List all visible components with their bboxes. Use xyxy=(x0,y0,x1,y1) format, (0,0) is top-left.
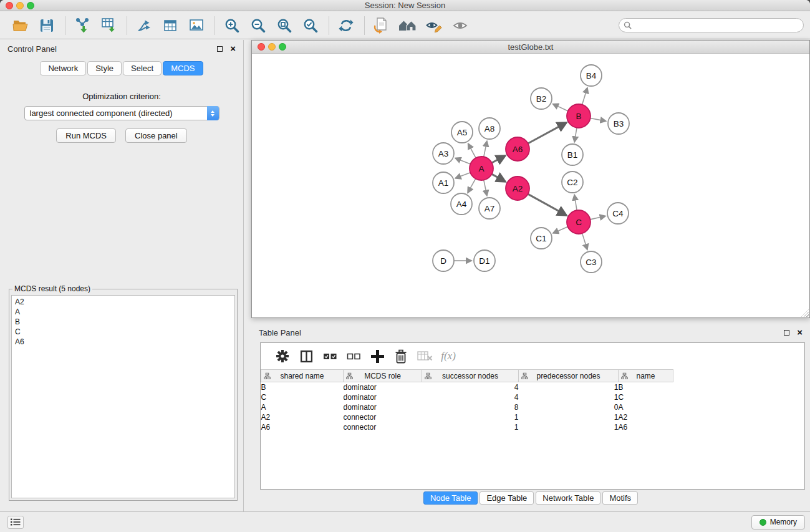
table-cell[interactable]: 0 xyxy=(519,402,619,412)
table-cell[interactable]: dominator xyxy=(344,382,422,392)
table-cell[interactable]: 1 xyxy=(422,412,519,422)
close-table-panel-icon[interactable]: × xyxy=(797,329,803,336)
zoom-selected-button[interactable] xyxy=(300,15,321,36)
new-network-table-button[interactable] xyxy=(160,15,181,36)
zoom-out-button[interactable] xyxy=(248,15,269,36)
column-header-shared-name[interactable]: shared name xyxy=(261,370,344,382)
result-item[interactable]: A xyxy=(15,307,231,317)
edge-A6-B[interactable] xyxy=(528,123,566,143)
table-cell[interactable]: C xyxy=(619,392,673,402)
edge-A2-C[interactable] xyxy=(528,194,566,215)
node-C2[interactable]: C2 xyxy=(562,172,583,193)
node-C[interactable]: C xyxy=(567,210,591,234)
table-cell[interactable]: 8 xyxy=(422,402,519,412)
float-table-panel-icon[interactable] xyxy=(784,330,789,336)
mcds-result-list[interactable]: A2ABCA6 xyxy=(11,295,235,498)
tab-edge-table[interactable]: Edge Table xyxy=(480,491,534,505)
table-cell[interactable]: dominator xyxy=(344,402,422,412)
close-panel-button[interactable]: Close panel xyxy=(125,128,187,143)
float-panel-icon[interactable] xyxy=(217,46,223,52)
show-columns-button[interactable] xyxy=(294,346,318,367)
column-header-mcds-role[interactable]: MCDS role xyxy=(344,370,422,382)
close-panel-icon[interactable]: × xyxy=(230,46,236,52)
result-item[interactable]: A2 xyxy=(15,297,231,307)
node-A3[interactable]: A3 xyxy=(433,143,454,164)
search-field[interactable] xyxy=(619,18,804,32)
annotation-edit-button[interactable] xyxy=(423,15,445,36)
table-cell[interactable]: A xyxy=(619,402,673,412)
zoom-in-button[interactable] xyxy=(221,15,243,36)
import-document-button[interactable] xyxy=(371,15,392,36)
optimization-criterion-select[interactable]: largest connected component (directed) xyxy=(24,106,219,120)
column-header-predecessor-nodes[interactable]: predecessor nodes xyxy=(519,370,619,382)
node-A5[interactable]: A5 xyxy=(451,122,473,143)
table-row[interactable]: A6connector11A6 xyxy=(261,422,805,432)
delete-table-button[interactable] xyxy=(413,346,436,367)
save-session-button[interactable] xyxy=(36,15,57,36)
table-cell[interactable]: A6 xyxy=(619,422,673,432)
edge-A-A6[interactable] xyxy=(492,156,505,163)
node-A6[interactable]: A6 xyxy=(506,137,529,161)
delete-column-button[interactable] xyxy=(389,346,413,367)
tab-mcds[interactable]: MCDS xyxy=(163,61,203,75)
node-A7[interactable]: A7 xyxy=(479,198,500,219)
tab-motifs[interactable]: Motifs xyxy=(602,491,638,505)
node-C1[interactable]: C1 xyxy=(531,228,552,249)
table-cell[interactable]: C xyxy=(261,392,344,402)
home-views-button[interactable] xyxy=(397,15,418,36)
table-row[interactable]: Bdominator41B xyxy=(261,382,805,392)
zoom-fit-button[interactable] xyxy=(274,15,295,36)
edge-A-A7[interactable] xyxy=(484,180,487,196)
node-C4[interactable]: C4 xyxy=(607,203,629,224)
function-builder-button[interactable]: f(x) xyxy=(436,346,460,367)
node-A2[interactable]: A2 xyxy=(506,177,529,200)
edge-A-A3[interactable] xyxy=(456,158,471,164)
edge-A-A1[interactable] xyxy=(456,173,471,178)
node-D1[interactable]: D1 xyxy=(474,250,495,271)
node-A8[interactable]: A8 xyxy=(479,118,500,139)
column-header-name[interactable]: name xyxy=(619,370,673,382)
column-header-successor-nodes[interactable]: successor nodes xyxy=(422,370,519,382)
import-network-from-file-button[interactable] xyxy=(72,15,93,36)
table-cell[interactable]: A6 xyxy=(261,422,344,432)
edge-A-A2[interactable] xyxy=(492,174,505,181)
node-A4[interactable]: A4 xyxy=(451,193,472,215)
import-table-from-file-button[interactable] xyxy=(98,15,119,36)
create-column-button[interactable] xyxy=(365,346,389,367)
node-A1[interactable]: A1 xyxy=(433,172,454,193)
node-D[interactable]: D xyxy=(433,250,454,271)
result-item[interactable]: C xyxy=(15,327,231,337)
table-cell[interactable]: dominator xyxy=(344,392,422,402)
edge-A-A4[interactable] xyxy=(468,179,475,193)
edge-C-C4[interactable] xyxy=(591,216,605,220)
search-input[interactable] xyxy=(632,21,803,30)
result-item[interactable]: B xyxy=(15,317,231,327)
edge-A-A5[interactable] xyxy=(468,144,476,158)
new-network-button[interactable] xyxy=(133,15,155,36)
edge-B-B1[interactable] xyxy=(574,128,577,142)
node-C3[interactable]: C3 xyxy=(581,251,602,273)
deselect-all-columns-button[interactable] xyxy=(342,346,365,367)
node-A[interactable]: A xyxy=(470,157,493,180)
select-all-columns-button[interactable] xyxy=(318,346,342,367)
apply-layout-refresh-button[interactable] xyxy=(335,15,357,36)
node-B[interactable]: B xyxy=(567,104,591,128)
tab-network-table[interactable]: Network Table xyxy=(536,491,600,505)
table-row[interactable]: A2connector11A2 xyxy=(261,412,805,422)
tab-network[interactable]: Network xyxy=(40,61,86,75)
table-cell[interactable]: 4 xyxy=(422,382,519,392)
table-row[interactable]: Adominator80A xyxy=(261,402,805,412)
edge-B-B4[interactable] xyxy=(582,88,587,105)
edge-B-B3[interactable] xyxy=(591,118,606,122)
table-cell[interactable]: 1 xyxy=(519,392,619,402)
table-cell[interactable]: A xyxy=(261,402,344,412)
result-item[interactable]: A6 xyxy=(15,337,231,347)
node-B3[interactable]: B3 xyxy=(608,113,629,134)
tab-select[interactable]: Select xyxy=(123,61,162,75)
table-cell[interactable]: 1 xyxy=(519,422,619,432)
edge-C-C2[interactable] xyxy=(574,195,577,210)
open-file-button[interactable] xyxy=(10,15,31,36)
edge-C-C3[interactable] xyxy=(582,233,587,249)
edge-C-C1[interactable] xyxy=(553,227,567,233)
tab-style[interactable]: Style xyxy=(87,61,122,75)
